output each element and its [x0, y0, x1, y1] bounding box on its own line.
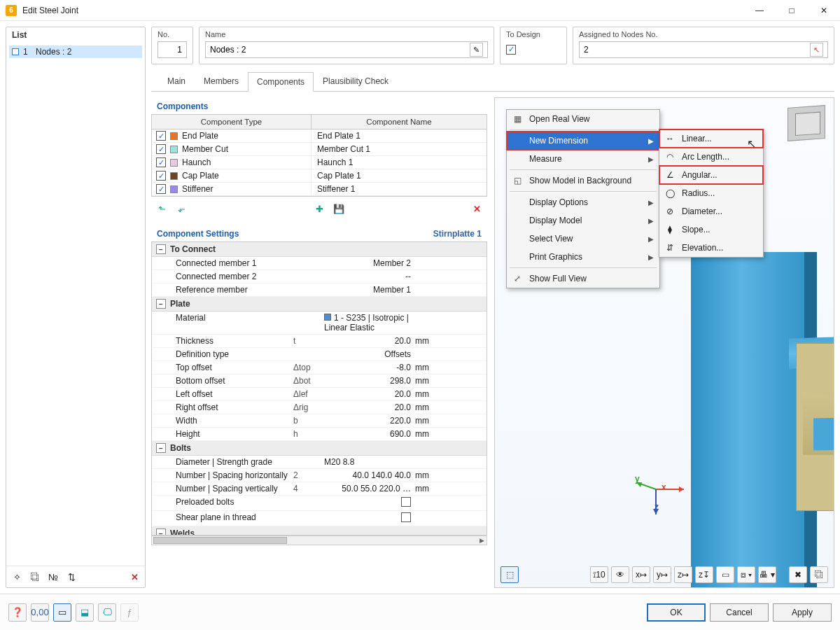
- window-title: Edit Steel Joint: [22, 6, 78, 15]
- window-maximize[interactable]: □: [776, 0, 808, 21]
- window-close[interactable]: ✕: [808, 0, 840, 21]
- app-icon: 6: [6, 5, 17, 16]
- window-minimize[interactable]: —: [743, 0, 776, 21]
- window-titlebar: 6 Edit Steel Joint — □ ✕: [0, 0, 840, 21]
